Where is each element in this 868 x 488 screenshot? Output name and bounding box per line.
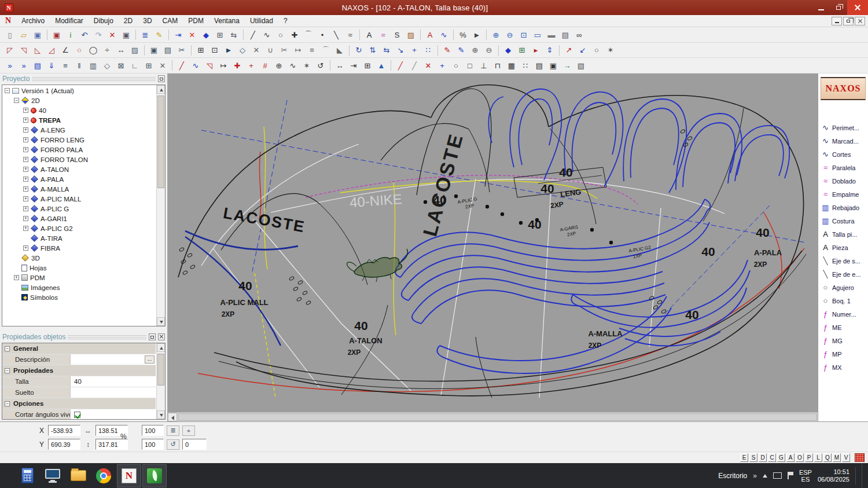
import-piece-icon[interactable]: ⇥ bbox=[171, 28, 185, 41]
gray-line-icon[interactable]: ╱ bbox=[407, 59, 421, 72]
tree-item-a-malla[interactable]: +A-MALLA bbox=[2, 184, 156, 194]
axis-corner-icon[interactable]: ∟ bbox=[128, 59, 142, 72]
cad-canvas-area[interactable]: LACOSTE LACOSTE 40-NIKE 40 40 40 40 40 4… bbox=[168, 74, 818, 421]
mode-letter-m[interactable]: M bbox=[833, 453, 841, 462]
project-tree-scrollbar[interactable] bbox=[156, 85, 165, 326]
taskbar-calculator[interactable] bbox=[15, 464, 39, 487]
scale-icon[interactable]: ↘ bbox=[393, 44, 407, 57]
expand-toggle-icon[interactable]: + bbox=[23, 157, 28, 162]
red-pen-icon[interactable]: ✎ bbox=[440, 44, 454, 57]
expand-toggle-icon[interactable]: + bbox=[23, 167, 28, 172]
mode-letter-o[interactable]: O bbox=[796, 453, 804, 462]
blue-pen-icon[interactable]: ✎ bbox=[454, 44, 468, 57]
angle-line-icon[interactable]: ╱ bbox=[175, 59, 189, 72]
taskbar-green-app[interactable] bbox=[142, 464, 167, 487]
tree-item-im-genes[interactable]: Imágenes bbox=[2, 282, 156, 292]
rotate-button[interactable]: ↺ bbox=[167, 439, 179, 450]
prop-row-descripcion[interactable]: Descripción ... bbox=[2, 354, 156, 365]
x-coordinate-field[interactable]: -538.93 bbox=[48, 425, 80, 436]
collapse-toggle-icon[interactable]: − bbox=[5, 368, 10, 373]
spline-icon[interactable]: S bbox=[390, 28, 404, 41]
scroll-thumb[interactable] bbox=[157, 96, 164, 188]
corner-bottom-left-icon[interactable]: ◺ bbox=[31, 44, 45, 57]
zoom-extents-icon[interactable]: ▭ bbox=[531, 28, 545, 41]
corner-bottom-right-icon[interactable]: ◿ bbox=[45, 44, 58, 57]
tree-item-a-plic-g2[interactable]: +A-PLIC G2 bbox=[2, 223, 156, 233]
tool-eje-de-s[interactable]: ╲Eje de s... bbox=[818, 254, 868, 267]
expand-toggle-icon[interactable]: + bbox=[23, 118, 28, 123]
taskbar-chrome[interactable] bbox=[91, 464, 116, 487]
circle-point-icon[interactable]: ○ bbox=[449, 59, 463, 72]
stack-sheets-icon[interactable]: ▤ bbox=[532, 59, 546, 72]
tool-numer[interactable]: ƒNumer... bbox=[818, 307, 868, 321]
stereo-view-icon[interactable]: ∞ bbox=[572, 28, 586, 41]
arrow-southwest-icon[interactable]: ↙ bbox=[576, 44, 590, 57]
tool-doblado[interactable]: ≈Doblado bbox=[818, 174, 868, 188]
tree-item-a-leng[interactable]: +A-LENG bbox=[2, 125, 156, 135]
corner-top-right-icon[interactable]: ◹ bbox=[17, 44, 31, 57]
mode-letter-g[interactable]: G bbox=[777, 453, 785, 462]
y-zoom-field[interactable]: 100 bbox=[142, 439, 164, 450]
restore-button[interactable] bbox=[830, 0, 847, 15]
dots-array-icon[interactable]: ∷ bbox=[518, 59, 532, 72]
expand-toggle-icon[interactable]: + bbox=[23, 245, 28, 251]
duplicate-icon[interactable]: ▣ bbox=[119, 28, 133, 41]
magnify-area-icon[interactable]: ⊕ bbox=[468, 44, 482, 57]
fast-select-2-icon[interactable]: » bbox=[17, 59, 31, 72]
wave-icon[interactable]: ≈ bbox=[376, 28, 390, 41]
hatch-icon[interactable]: ▨ bbox=[128, 44, 142, 57]
scroll-left-button[interactable] bbox=[168, 413, 177, 421]
chamfer-icon[interactable]: ◣ bbox=[333, 44, 347, 57]
mode-letter-a[interactable]: A bbox=[786, 453, 795, 462]
expand-toggle-icon[interactable]: + bbox=[23, 206, 28, 211]
draw-tangent-icon[interactable]: ╲ bbox=[329, 28, 343, 41]
tool-mg[interactable]: ƒMG bbox=[818, 334, 868, 347]
menu-3d[interactable]: 3D bbox=[138, 15, 157, 27]
small-circle-icon[interactable]: ○ bbox=[72, 44, 86, 57]
piece-tool-icon[interactable]: ◆ bbox=[501, 44, 515, 57]
checked-checkbox-icon[interactable] bbox=[74, 412, 80, 418]
menu-cam[interactable]: CAM bbox=[157, 15, 183, 27]
copy-icon[interactable]: ▣ bbox=[147, 44, 161, 57]
star-point-icon[interactable]: ✶ bbox=[300, 59, 314, 72]
app-icon-box[interactable]: N bbox=[0, 0, 17, 15]
paste-icon[interactable]: ▤ bbox=[161, 44, 175, 57]
tree-item-forro-talon[interactable]: +FORRO TALON bbox=[2, 155, 156, 164]
tray-display-icon[interactable] bbox=[773, 472, 782, 479]
tool-pieza[interactable]: APieza bbox=[818, 241, 868, 254]
cad-drawing[interactable]: LACOSTE LACOSTE 40-NIKE 40 40 40 40 40 4… bbox=[168, 74, 818, 412]
horizontal-fit-icon[interactable]: ↔ bbox=[333, 59, 347, 72]
show-desktop-button[interactable] bbox=[862, 463, 866, 488]
angle-icon[interactable]: ∠ bbox=[58, 44, 72, 57]
mini-table-icon[interactable]: ⊞ bbox=[142, 59, 156, 72]
menu-utilidad[interactable]: Utilidad bbox=[245, 15, 278, 27]
menu-dibujo[interactable]: Dibujo bbox=[89, 15, 119, 27]
corner-top-left-icon[interactable]: ◸ bbox=[3, 44, 17, 57]
snap-point-icon[interactable]: ⊡ bbox=[208, 44, 222, 57]
draw-cross-icon[interactable]: ✚ bbox=[288, 28, 301, 41]
cortar-angulos-checkbox-field[interactable] bbox=[71, 409, 156, 419]
prop-group-general[interactable]: − General bbox=[2, 343, 156, 354]
ruler-icon[interactable]: ▬ bbox=[545, 28, 558, 41]
dense-grid-icon[interactable]: ▦ bbox=[505, 59, 518, 72]
reduce-area-icon[interactable]: ⊖ bbox=[482, 44, 496, 57]
descripcion-value-field[interactable]: ... bbox=[71, 354, 156, 365]
font-style-icon[interactable]: A bbox=[423, 28, 437, 41]
tree-item-hojas[interactable]: Hojas bbox=[2, 263, 156, 273]
tool-mp[interactable]: ƒMP bbox=[818, 347, 868, 361]
mirror-vertical-icon[interactable]: ⇅ bbox=[366, 44, 380, 57]
tree-item-forro-pala[interactable]: +FORRO PALA bbox=[2, 145, 156, 155]
open-folder-icon[interactable]: ▱ bbox=[17, 28, 31, 41]
percent-box-icon[interactable]: ⊠ bbox=[114, 59, 128, 72]
move-icon[interactable]: + bbox=[407, 44, 421, 57]
zoom-out-icon[interactable]: ⊖ bbox=[503, 28, 517, 41]
tool-paralela[interactable]: ≈Paralela bbox=[818, 161, 868, 174]
expand-toggle-icon[interactable]: + bbox=[23, 226, 28, 231]
tree-item-versi-n-1-actual[interactable]: −Versión 1 (Actual) bbox=[2, 86, 156, 96]
close-tool-icon[interactable]: ✕ bbox=[156, 59, 170, 72]
taskbar-naxos[interactable]: N bbox=[117, 464, 141, 487]
pattern-table-icon[interactable]: ⊞ bbox=[213, 28, 227, 41]
clamp-icon[interactable]: ⊓ bbox=[491, 59, 505, 72]
tool-perimet[interactable]: ∿Perimet... bbox=[818, 121, 868, 134]
vertical-fit-icon[interactable]: ⇕ bbox=[543, 44, 557, 57]
